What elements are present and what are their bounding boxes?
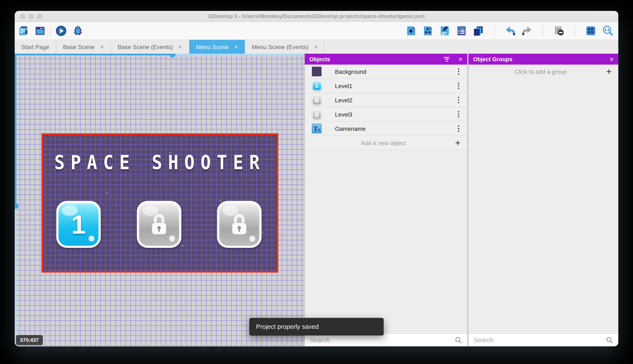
- object-row-level3[interactable]: Level3: [305, 107, 467, 122]
- play-icon[interactable]: [55, 25, 67, 36]
- object-menu-icon[interactable]: [456, 67, 461, 76]
- vertical-scroll-knob[interactable]: [15, 203, 19, 209]
- lock-icon: [314, 97, 319, 103]
- text-object-thumb: Tx: [312, 124, 322, 133]
- level-button-thumb: 1: [312, 81, 322, 90]
- plus-icon: +: [455, 138, 460, 148]
- instances-list-icon[interactable]: [456, 25, 467, 36]
- search-icon: [606, 336, 613, 344]
- filter-icon[interactable]: [443, 57, 450, 62]
- groups-search-input[interactable]: [473, 336, 606, 344]
- toolbar-separator: [494, 25, 494, 36]
- level2-button-instance[interactable]: [137, 201, 181, 248]
- tab-menu-scene-events[interactable]: Menu Scene (Events) ×: [245, 40, 325, 54]
- object-row-gamename[interactable]: Tx Gamename: [305, 122, 467, 136]
- close-tab-icon[interactable]: ×: [178, 44, 182, 50]
- object-menu-icon[interactable]: [456, 110, 461, 119]
- close-objects-panel-icon[interactable]: ×: [458, 56, 463, 63]
- toolbar-separator: [575, 25, 575, 36]
- horizontal-scroll-indicator[interactable]: [15, 54, 304, 55]
- object-name: Level2: [335, 97, 456, 103]
- scene-editor-icon[interactable]: [35, 25, 46, 36]
- lock-button-thumb: [312, 110, 322, 119]
- project-manager-icon[interactable]: [18, 25, 29, 36]
- close-tab-icon[interactable]: ×: [234, 44, 238, 50]
- titlebar: GDevelop 5 - /Users/dkarakay/Documents/G…: [15, 11, 618, 22]
- objects-panel-header: Objects ×: [305, 54, 467, 64]
- tab-menu-scene[interactable]: Menu Scene ×: [189, 40, 245, 54]
- object-name: Level3: [335, 111, 456, 118]
- object-groups-panel-title: Object Groups: [473, 56, 601, 62]
- object-menu-icon[interactable]: [456, 81, 461, 91]
- content: SPACE SHOOTER 1: [15, 54, 618, 346]
- horizontal-scroll-knob[interactable]: [170, 54, 175, 58]
- scene-canvas[interactable]: SPACE SHOOTER 1: [15, 54, 304, 346]
- tab-bar: Start Page Base Scene × Base Scene (Even…: [15, 40, 618, 54]
- object-name: Background: [335, 68, 456, 75]
- level1-button-instance[interactable]: 1: [56, 201, 101, 248]
- redo-icon[interactable]: [521, 25, 533, 36]
- toolbar-separator: [50, 25, 51, 36]
- svg-text:1:1: 1:1: [604, 28, 609, 32]
- search-icon: [455, 336, 462, 344]
- zoom-1-1-icon[interactable]: 1:1: [602, 25, 613, 36]
- object-name: Gamename: [335, 125, 456, 132]
- tab-label: Base Scene: [63, 44, 95, 50]
- lock-button-thumb: [312, 95, 322, 105]
- objects-panel: Objects × Background 1 Level1: [304, 54, 467, 346]
- grid-toggle-icon[interactable]: [585, 25, 596, 36]
- cursor-coordinates-badge: 570;437: [16, 335, 43, 345]
- add-new-object-button[interactable]: Add a new object +: [305, 136, 467, 150]
- objects-search-input[interactable]: [310, 336, 455, 344]
- window-title: GDevelop 5 - /Users/dkarakay/Documents/G…: [15, 13, 618, 19]
- object-menu-icon[interactable]: [456, 95, 461, 105]
- toolbar-right-group: 1:1: [406, 25, 613, 36]
- close-tab-icon[interactable]: ×: [100, 44, 104, 50]
- debug-icon[interactable]: [72, 25, 84, 36]
- gdevelop-window: GDevelop 5 - /Users/dkarakay/Documents/G…: [15, 11, 618, 346]
- screen: GDevelop 5 - /Users/dkarakay/Documents/G…: [0, 0, 633, 364]
- tab-label: Menu Scene: [196, 44, 229, 50]
- object-groups-panel-header: Object Groups ×: [468, 54, 618, 64]
- plus-icon: +: [606, 67, 611, 76]
- object-row-level2[interactable]: Level2: [305, 93, 467, 107]
- tab-label: Menu Scene (Events): [252, 44, 308, 50]
- lock-icon: [314, 111, 319, 117]
- tab-start-page[interactable]: Start Page: [15, 40, 56, 54]
- objects-panel-icon[interactable]: [406, 25, 417, 36]
- add-group-button[interactable]: Click to add a group +: [468, 64, 618, 79]
- object-groups-panel-icon[interactable]: [422, 25, 434, 36]
- tab-base-scene-events[interactable]: Base Scene (Events) ×: [111, 40, 189, 54]
- lock-icon: [149, 212, 169, 236]
- save-toast: Project properly saved: [249, 318, 384, 336]
- toolbar: 1:1: [15, 22, 618, 40]
- game-title-text[interactable]: SPACE SHOOTER: [43, 152, 277, 174]
- scene-background-instance[interactable]: SPACE SHOOTER 1: [42, 133, 278, 272]
- object-row-background[interactable]: Background: [305, 64, 467, 79]
- groups-search-bar: [468, 334, 618, 346]
- level3-button-instance[interactable]: [217, 201, 261, 248]
- undo-icon[interactable]: [505, 25, 516, 36]
- objects-panel-title: Objects: [309, 56, 443, 62]
- object-menu-icon[interactable]: [456, 124, 461, 134]
- background-thumb: [312, 67, 322, 76]
- level1-number: 1: [71, 210, 86, 239]
- mask-toggle-icon[interactable]: [553, 25, 565, 36]
- vertical-scroll-indicator[interactable]: [15, 54, 16, 346]
- tab-base-scene[interactable]: Base Scene ×: [56, 40, 111, 54]
- toolbar-run-group: [55, 25, 84, 36]
- object-row-level1[interactable]: 1 Level1: [305, 79, 467, 93]
- close-tab-icon[interactable]: ×: [314, 44, 318, 50]
- tab-label: Start Page: [22, 44, 49, 50]
- close-object-groups-panel-icon[interactable]: ×: [609, 56, 614, 63]
- lock-icon: [230, 212, 249, 236]
- properties-icon[interactable]: [439, 25, 450, 36]
- object-name: Level1: [335, 82, 456, 89]
- toolbar-left-group: [18, 25, 46, 36]
- toolbar-separator: [543, 25, 543, 36]
- tab-label: Base Scene (Events): [118, 44, 173, 50]
- object-groups-panel: Object Groups × Click to add a group +: [468, 54, 618, 346]
- layers-icon[interactable]: [473, 25, 484, 36]
